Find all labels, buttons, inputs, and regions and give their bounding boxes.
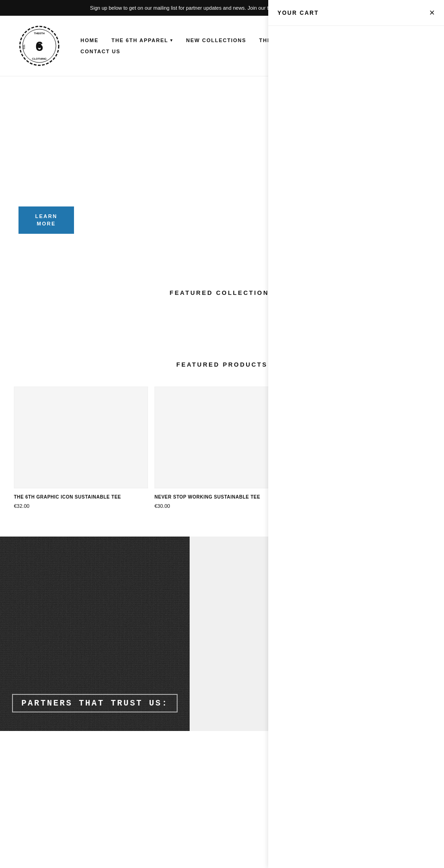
nav-item-home[interactable]: HOME: [74, 35, 105, 46]
learn-more-button[interactable]: LEARN MORE: [18, 206, 74, 234]
svg-point-6: [37, 44, 42, 48]
chevron-down-icon: ▾: [170, 38, 173, 43]
cart-header: YOUR CART ×: [268, 0, 444, 26]
product-name: THE 6TH GRAPHIC ICON SUSTAINABLE TEE: [14, 494, 148, 500]
product-card[interactable]: THE 6TH GRAPHIC ICON SUSTAINABLE TEE €32…: [14, 387, 148, 509]
cart-close-icon[interactable]: ×: [429, 7, 435, 18]
nav-item-6th-apparel[interactable]: THE 6TH APPAREL ▾: [105, 35, 179, 46]
cart-body: [268, 26, 444, 731]
partners-left: PARTNERS THAT TRUST US:: [0, 537, 190, 731]
product-image: [14, 387, 148, 488]
logo[interactable]: 6 THE6TH CLOTHING CO.: [18, 25, 60, 67]
cart-title: YOUR CART: [278, 10, 319, 16]
partners-text: PARTNERS THAT TRUST US:: [12, 694, 177, 712]
svg-text:THE6TH: THE6TH: [34, 32, 44, 35]
svg-text:CO.: CO.: [23, 44, 25, 49]
nav-item-new-collections[interactable]: NEW COLLECTIONS: [179, 35, 253, 46]
svg-text:CLOTHING: CLOTHING: [32, 57, 47, 60]
nav-item-contact-us[interactable]: CONTACT US: [74, 46, 127, 57]
cart-sidebar: YOUR CART ×: [268, 0, 444, 731]
product-price: €32.00: [14, 503, 148, 509]
